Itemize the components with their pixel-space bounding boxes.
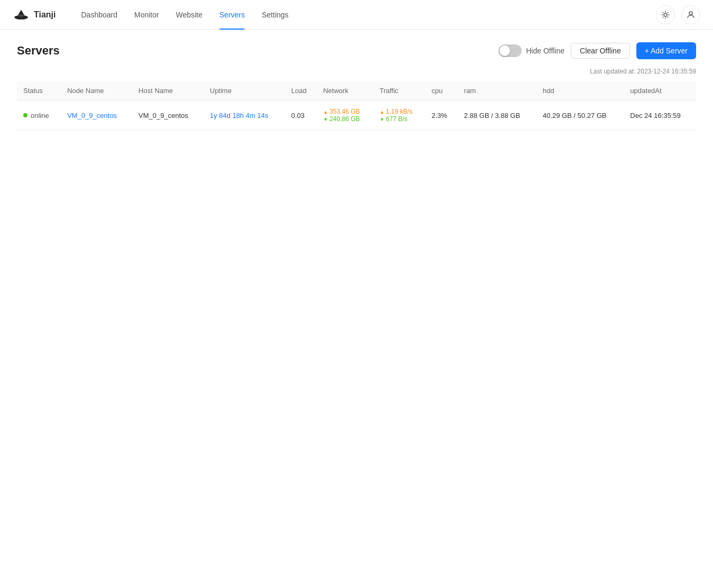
cell-ram: 2.88 GB / 3.88 GB (458, 100, 536, 131)
svg-point-11 (689, 12, 692, 15)
traffic-down: 677 B/s (379, 115, 419, 123)
col-updated-at: updatedAt (624, 81, 696, 100)
svg-line-10 (668, 12, 669, 13)
table-row: online VM_0_9_centos VM_0_9_centos 1y 84… (17, 100, 696, 131)
traffic-up: 1.19 kB/s (379, 108, 419, 115)
network-up-value: 353.46 GB (329, 108, 359, 115)
col-ram: ram (458, 81, 536, 100)
cell-hdd: 40.29 GB / 50.27 GB (536, 100, 624, 131)
cell-node-name: VM_0_9_centos (61, 100, 132, 131)
nav-website[interactable]: Website (168, 0, 211, 30)
network-up: 353.46 GB (323, 108, 367, 115)
logo: Tianji (13, 6, 56, 23)
node-name-link[interactable]: VM_0_9_centos (67, 112, 117, 120)
svg-line-8 (668, 16, 669, 17)
col-hdd: hdd (536, 81, 624, 100)
network-down: 240.86 GB (323, 115, 367, 123)
col-cpu: cpu (425, 81, 458, 100)
status-text: online (31, 112, 49, 120)
add-server-button[interactable]: + Add Server (636, 42, 696, 59)
nav-monitor[interactable]: Monitor (126, 0, 168, 30)
table-header: Status Node Name Host Name Uptime Load N… (17, 81, 696, 100)
logo-icon (13, 6, 30, 23)
col-load: Load (285, 81, 317, 100)
svg-line-7 (663, 12, 664, 13)
user-icon (686, 10, 696, 20)
table-body: online VM_0_9_centos VM_0_9_centos 1y 84… (17, 100, 696, 131)
col-network: Network (317, 81, 373, 100)
settings-icon-button[interactable] (656, 5, 675, 24)
nav-settings[interactable]: Settings (253, 0, 297, 30)
status-dot (23, 113, 27, 117)
svg-point-2 (664, 13, 667, 16)
sun-icon (661, 10, 670, 20)
cell-uptime: 1y 84d 18h 4m 14s (203, 100, 285, 131)
arrow-down-icon (323, 115, 328, 123)
cell-traffic: 1.19 kB/s 677 B/s (373, 100, 425, 131)
page-title: Servers (17, 44, 60, 58)
col-host-name: Host Name (132, 81, 203, 100)
traffic-arrow-down-icon (379, 115, 384, 123)
toggle-thumb (499, 45, 510, 56)
add-server-label: + Add Server (645, 47, 688, 55)
hide-offline-toggle[interactable] (498, 44, 522, 57)
cell-load: 0.03 (285, 100, 317, 131)
last-updated: Last updated at: 2023-12-24 16:35:59 (17, 68, 696, 75)
network-down-value: 240.86 GB (329, 115, 359, 123)
cell-updated-at: Dec 24 16:35:59 (624, 100, 696, 131)
user-icon-button[interactable] (681, 5, 700, 24)
cell-status: online (17, 100, 61, 131)
hide-offline-label: Hide Offline (526, 47, 564, 55)
servers-table: Status Node Name Host Name Uptime Load N… (17, 81, 696, 131)
main-content: Servers Hide Offline Clear Offline + Add… (0, 30, 713, 588)
clear-offline-button[interactable]: Clear Offline (571, 43, 630, 59)
nav-links: Dashboard Monitor Website Servers Settin… (73, 0, 656, 30)
col-node-name: Node Name (61, 81, 132, 100)
uptime-text: 1y 84d 18h 4m 14s (210, 112, 268, 120)
nav-right (656, 5, 700, 24)
col-traffic: Traffic (373, 81, 425, 100)
traffic-down-value: 677 B/s (386, 115, 408, 123)
cell-host-name: VM_0_9_centos (132, 100, 203, 131)
traffic-arrow-up-icon (379, 108, 384, 115)
col-uptime: Uptime (203, 81, 285, 100)
cell-network: 353.46 GB 240.86 GB (317, 100, 373, 131)
svg-line-9 (663, 16, 664, 17)
traffic-up-value: 1.19 kB/s (386, 108, 412, 115)
navbar: Tianji Dashboard Monitor Website Servers… (0, 0, 713, 30)
hide-offline-toggle-wrapper: Hide Offline (498, 44, 564, 57)
nav-servers[interactable]: Servers (211, 0, 253, 30)
header-actions: Hide Offline Clear Offline + Add Server (498, 42, 696, 59)
arrow-up-icon (323, 108, 328, 115)
page-header: Servers Hide Offline Clear Offline + Add… (17, 42, 696, 59)
col-status: Status (17, 81, 61, 100)
cell-cpu: 2.3% (425, 100, 458, 131)
svg-point-1 (18, 14, 25, 16)
nav-dashboard[interactable]: Dashboard (73, 0, 126, 30)
brand-name: Tianji (34, 10, 56, 20)
